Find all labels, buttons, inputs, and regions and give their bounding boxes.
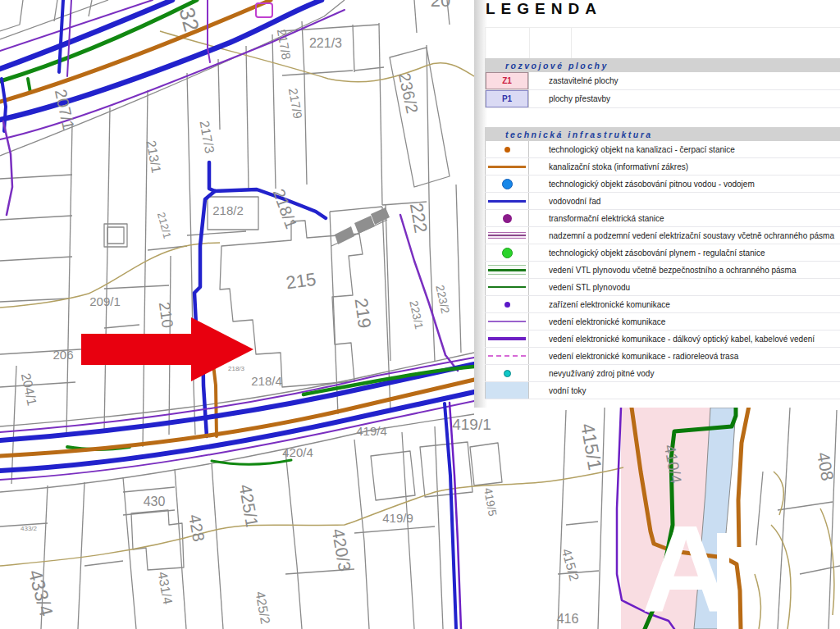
legend-symbol-band-purple-icon: [485, 227, 529, 244]
parcel-label: 415/2: [559, 547, 582, 582]
parcel-label: 217/3: [198, 120, 217, 154]
legend-item-label: technologický objekt zásobování plynem -…: [529, 248, 765, 258]
parcel-label: 431/4: [156, 571, 176, 605]
legend-row: Z1zastavitelné plochy: [485, 72, 840, 90]
section-header-infrastructure: technická infrastruktura: [485, 127, 840, 141]
parcel-label: 419/5: [482, 486, 500, 517]
band-purple-icon: [488, 232, 526, 239]
parcel-label: 219: [350, 297, 375, 330]
legend-row: vedení STL plynovodu: [485, 279, 840, 296]
parcel-label: 210: [156, 301, 176, 329]
legend-item-label: nadzemní a podzemní vedení elektrizační …: [529, 231, 834, 240]
legend-item-label: vodní toky: [529, 386, 587, 395]
legend-title: LEGENDA: [486, 0, 602, 18]
zone-code-box-p1: P1: [485, 90, 529, 107]
parcel-label: 223/1: [407, 299, 426, 330]
line-orange-icon: [488, 166, 526, 168]
el-komunikace-line: [0, 0, 153, 51]
legend-item-label: vedení elektronické komunikace: [529, 317, 665, 326]
parcel-label: 217/9: [286, 87, 305, 120]
legend-row: transformační elektrická stanice: [485, 210, 840, 227]
parcel-label: 415/1: [577, 422, 606, 472]
parcel-label: 223/2: [433, 284, 452, 315]
parcel-label: 433/4: [25, 567, 57, 619]
parcel-label: 218/2: [212, 203, 244, 217]
legend-item-label: kanalizační stoka (informativní zákres): [529, 162, 688, 171]
vodovod-line: [0, 0, 172, 69]
legend-row: vodní toky: [485, 382, 840, 399]
legend-item-label: technologický objekt zásobování pitnou v…: [529, 180, 755, 189]
parcel-label: 221/3: [309, 36, 342, 50]
legend-item-label: vedení VTL plynovodu včetně bezpečnostní…: [529, 266, 797, 275]
watermark-partial-letter: [735, 547, 753, 561]
parcel-label: 420/4: [282, 445, 313, 459]
legend-item-label: nevyužívaný zdroj pitné vody: [529, 369, 654, 378]
parcel-label: 416: [557, 612, 579, 626]
legend-symbol-line-blue-icon: [485, 193, 529, 209]
legend-item-label: vedení elektronické komunikace - dálkový…: [529, 335, 815, 344]
legend-symbol-line-green-icon: [485, 279, 529, 295]
dot-orange-icon: [504, 147, 510, 153]
legend-symbol-fill-water-icon: [485, 382, 529, 399]
parcel-label: 425/1: [235, 483, 262, 529]
line-blue-icon: [488, 200, 526, 203]
development-items: Z1zastavitelné plochyP1plochy přestavby: [485, 72, 840, 108]
line-pink-dashed-icon: [488, 355, 526, 357]
legend-row: technologický objekt na kanalizaci - čer…: [485, 141, 840, 158]
legend-row: technologický objekt zásobování pitnou v…: [485, 175, 840, 193]
dot-cyan-icon: [504, 370, 511, 377]
parcel-label: 425/2: [253, 590, 273, 625]
legend-item-label: vodovodní řad: [529, 197, 600, 206]
legend-symbol-dot-cyan-icon: [485, 365, 529, 381]
legend-symbol-dot-purple-icon: [485, 210, 529, 226]
legend-item-label: transformační elektrická stanice: [529, 214, 664, 223]
legend-row: vedení elektronické komunikace - dálkový…: [485, 330, 840, 348]
parcel-label: 20: [431, 0, 450, 11]
parcel-label: 433/2: [21, 525, 38, 532]
legend-item-label: zastavitelné plochy: [529, 76, 619, 85]
line-violet-thin-icon: [488, 321, 526, 322]
parcel-label: 212/1: [155, 211, 174, 239]
zone-code-label: Z1: [486, 72, 528, 89]
legend-item-label: zařízení elektronické komunikace: [529, 300, 670, 309]
band-green-icon: [488, 265, 526, 275]
parcel-label: 218/3: [228, 365, 245, 372]
legend-item-label: technologický objekt na kanalizaci - čer…: [529, 145, 735, 154]
line-green-icon: [488, 286, 526, 289]
legend-row: nevyužívaný zdroj pitné vody: [485, 365, 840, 382]
watermark-partial-letter: [717, 533, 729, 629]
legend-panel: LEGENDA rozvojové plochy Z1zastavitelné …: [474, 0, 840, 408]
zone-code-box-z1: Z1: [485, 72, 529, 89]
infrastructure-items: technologický objekt na kanalizaci - čer…: [485, 141, 840, 399]
legend-symbol-dot-green-icon: [485, 244, 529, 261]
parcel-label: 419/4: [356, 424, 387, 438]
legend-row: zařízení elektronické komunikace: [485, 296, 840, 313]
legend-row: kanalizační stoka (informativní zákres): [485, 158, 840, 175]
screenshot-root: 3220207/1213/1217/3217/8221/3217/9236/22…: [0, 0, 840, 629]
legend-row: vedení elektronické komunikace - radiore…: [485, 348, 840, 365]
legend-row: P1plochy přestavby: [485, 90, 840, 108]
legend-item-label: vedení elektronické komunikace - radiore…: [529, 352, 738, 361]
parcel-label: 430: [144, 495, 166, 508]
parcel-label: 206: [52, 348, 73, 362]
legend-row: nadzemní a podzemní vedení elektrizační …: [485, 227, 840, 244]
parcel-label: 408: [814, 450, 838, 482]
parcel-label: 215: [285, 269, 317, 294]
legend-symbol-dot-violet-icon: [485, 296, 529, 312]
parcel-label: 419/9: [382, 511, 413, 525]
small-buildings: [335, 207, 390, 244]
section-header-development: rozvojové plochy: [485, 58, 840, 72]
dot-green-icon: [502, 248, 513, 258]
parcel-label: 218/4: [251, 374, 282, 388]
legend-item-label: vedení STL plynovodu: [529, 283, 630, 292]
legend-row: vedení elektronické komunikace: [485, 313, 840, 330]
parcel-label: 209/1: [89, 294, 121, 308]
legend-symbol-line-pink-dashed-icon: [485, 348, 529, 364]
parcel-label: 204/1: [19, 372, 39, 408]
dot-blue-icon: [502, 179, 513, 189]
line-violet-thick-icon: [488, 337, 526, 340]
legend-row: technologický objekt zásobování plynem -…: [485, 244, 840, 262]
parcel-label: 222: [406, 201, 431, 235]
legend-item-label: plochy přestavby: [529, 94, 610, 103]
legend-row: vodovodní řad: [485, 193, 840, 210]
